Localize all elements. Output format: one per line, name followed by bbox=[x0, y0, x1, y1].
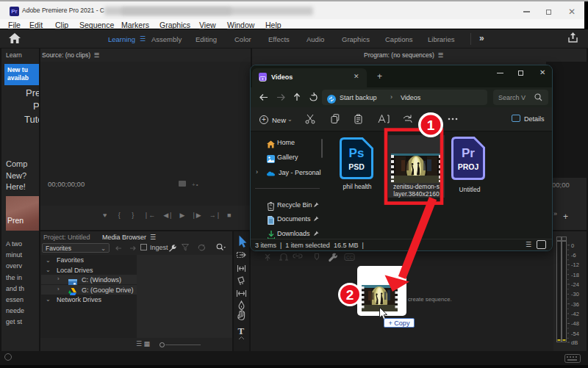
svg-text:1: 1 bbox=[427, 118, 435, 133]
svg-text:2: 2 bbox=[346, 287, 354, 303]
